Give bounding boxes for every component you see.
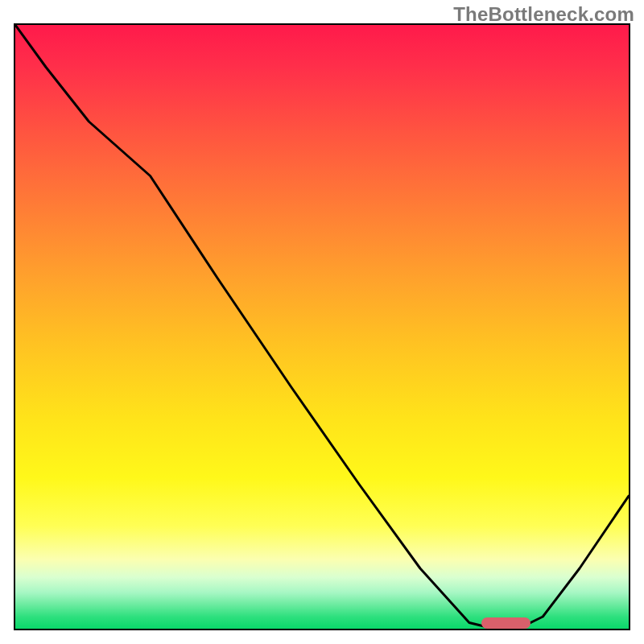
bottleneck-curve [15, 25, 629, 629]
plot-area [15, 25, 629, 629]
optimal-range-marker [481, 617, 530, 629]
chart-container: TheBottleneck.com [0, 0, 644, 644]
watermark-text: TheBottleneck.com [453, 3, 634, 26]
